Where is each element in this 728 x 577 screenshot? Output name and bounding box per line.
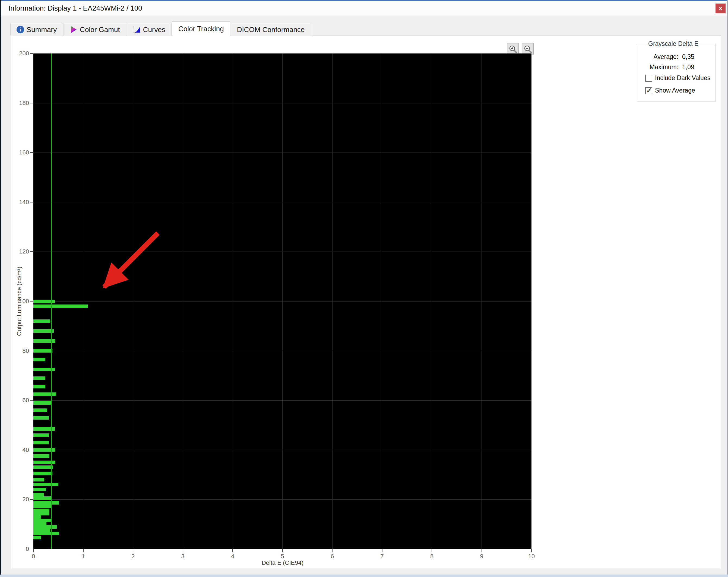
x-axis-title: Delta E (CIE94) [262, 559, 304, 567]
x-tick-label: 10 [523, 553, 540, 559]
tab-label: Curves [143, 26, 165, 34]
x-tick-label: 2 [125, 553, 141, 559]
delta-e-bar [33, 461, 55, 464]
y-tick-mark [30, 499, 33, 500]
x-tick-label: 8 [424, 553, 440, 559]
delta-e-bar [33, 522, 46, 525]
tab-summary[interactable]: i Summary [10, 23, 63, 36]
v-gridline [233, 53, 233, 549]
window-bottom-accent [0, 575, 728, 577]
y-tick-mark [30, 152, 33, 153]
x-tick-mark [282, 549, 283, 552]
x-tick-label: 1 [75, 553, 92, 559]
close-button[interactable]: x [716, 3, 726, 13]
tab-color-gamut[interactable]: Color Gamut [63, 23, 126, 36]
curve-icon [133, 26, 140, 33]
tab-label: Color Gamut [80, 26, 120, 34]
include-dark-values-row: Include Dark Values [645, 74, 710, 82]
x-tick-mark [33, 549, 34, 552]
delta-e-bar [33, 376, 45, 380]
x-tick-mark [183, 549, 183, 552]
info-icon: i [17, 26, 24, 33]
delta-e-bar [33, 483, 58, 487]
y-tick-mark [30, 400, 33, 400]
x-tick-label: 0 [25, 553, 42, 559]
zoom-in-button[interactable] [507, 43, 519, 55]
window-left-border [0, 0, 1, 577]
magnifier-plus-icon [509, 45, 517, 53]
x-tick-mark [432, 549, 432, 552]
panel-title: Grayscale Delta E [646, 40, 700, 48]
y-tick-mark [30, 351, 33, 351]
x-tick-mark [332, 549, 333, 552]
information-window: Information: Display 1 - EA245WMi-2 / 10… [0, 0, 728, 577]
v-gridline [332, 53, 333, 549]
delta-e-bar [33, 349, 52, 352]
delta-e-bar [33, 478, 44, 481]
x-tick-mark [382, 549, 383, 552]
maximum-label: Maximum: [637, 63, 678, 71]
y-tick-label: 140 [11, 199, 29, 205]
y-tick-mark [30, 103, 33, 103]
average-delta-e-line [51, 53, 52, 549]
x-tick-label: 5 [275, 553, 291, 559]
y-tick-label: 180 [11, 100, 29, 106]
y-tick-label: 60 [11, 397, 29, 403]
title-bar: Information: Display 1 - EA245WMi-2 / 10… [1, 1, 727, 16]
y-tick-label: 160 [11, 150, 29, 156]
maximum-row: Maximum: 1,09 [637, 63, 715, 71]
maximum-value: 1,09 [682, 63, 694, 71]
v-gridline [382, 53, 382, 549]
x-tick-mark [531, 549, 532, 552]
y-tick-mark [30, 450, 33, 450]
delta-e-bar [33, 532, 59, 535]
delta-e-bar [33, 401, 51, 405]
v-gridline [183, 53, 183, 549]
tab-curves[interactable]: Curves [127, 23, 172, 36]
x-tick-mark [83, 549, 84, 552]
include-dark-values-checkbox[interactable] [645, 75, 652, 82]
tab-label: Summary [27, 26, 57, 34]
tab-dicom-conformance[interactable]: DICOM Conformance [231, 23, 311, 36]
delta-e-bar [33, 493, 44, 496]
delta-e-bar [33, 409, 47, 412]
v-gridline [432, 53, 432, 549]
delta-e-plot [33, 53, 531, 549]
y-tick-mark [30, 549, 33, 549]
delta-e-bar [33, 501, 59, 504]
color-tracking-page: Output Luminance (cd/m²) Delta E (CIE94)… [11, 35, 721, 569]
v-gridline [482, 53, 482, 549]
x-tick-label: 9 [474, 553, 490, 559]
include-dark-values-label: Include Dark Values [655, 74, 710, 82]
delta-e-bar [33, 392, 56, 396]
magnifier-minus-icon [524, 45, 532, 53]
average-value: 0,35 [682, 53, 694, 60]
delta-e-bar [33, 319, 50, 323]
x-tick-label: 3 [175, 553, 191, 559]
zoom-out-button[interactable] [522, 43, 534, 55]
y-tick-label: 120 [11, 248, 29, 255]
y-tick-mark [30, 202, 33, 203]
show-average-label: Show Average [655, 87, 695, 94]
delta-e-bar [33, 416, 49, 420]
x-tick-label: 6 [324, 553, 340, 559]
delta-e-bar [33, 504, 51, 508]
show-average-row: Show Average [645, 87, 695, 94]
delta-e-bar [33, 448, 55, 452]
x-tick-label: 4 [225, 553, 241, 559]
y-tick-label: 80 [11, 348, 29, 354]
y-tick-label: 40 [11, 447, 29, 453]
delta-e-bar [33, 466, 53, 469]
delta-e-bar [33, 339, 55, 343]
show-average-checkbox[interactable] [645, 87, 652, 94]
delta-e-bar [33, 385, 45, 388]
x-tick-mark [232, 549, 233, 552]
tab-color-tracking[interactable]: Color Tracking [172, 22, 230, 36]
tab-bar: i Summary Color Gamut [10, 22, 312, 36]
v-gridline [133, 53, 133, 549]
window-title: Information: Display 1 - EA245WMi-2 / 10… [8, 1, 142, 16]
delta-e-bar [33, 305, 88, 308]
delta-e-bar [33, 472, 52, 475]
y-tick-label: 100 [11, 298, 29, 304]
delta-e-bar [33, 488, 46, 491]
